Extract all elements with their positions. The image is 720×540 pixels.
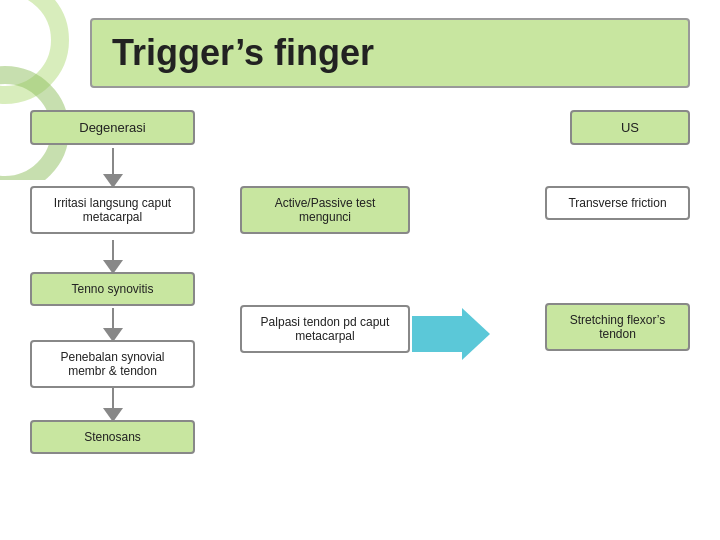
stenosans-label: Stenosans — [30, 420, 195, 454]
irritasi-box: Irritasi langsung caput metacarpal — [30, 186, 195, 234]
penebalan-box: Penebalan synovial membr & tendon — [30, 340, 195, 388]
page-title: Trigger’s finger — [112, 32, 668, 74]
connector-line-2 — [112, 240, 114, 262]
active-passive-label: Active/Passive test mengunci — [240, 186, 410, 234]
transverse-label: Transverse friction — [545, 186, 690, 220]
stenosans-box: Stenosans — [30, 420, 195, 454]
arrow-head-large — [462, 308, 490, 360]
palpasi-label: Palpasi tendon pd caput metacarpal — [240, 305, 410, 353]
palpasi-box: Palpasi tendon pd caput metacarpal — [240, 305, 410, 353]
transverse-box: Transverse friction — [545, 186, 690, 220]
stretching-label: Stretching flexor’s tendon — [545, 303, 690, 351]
us-label: US — [570, 110, 690, 145]
arrow-body — [412, 316, 462, 352]
tenno-label: Tenno synovitis — [30, 272, 195, 306]
tenno-box: Tenno synovitis — [30, 272, 195, 306]
connector-line-4 — [112, 388, 114, 410]
stretching-box: Stretching flexor’s tendon — [545, 303, 690, 351]
connector-line-3 — [112, 308, 114, 330]
irritasi-label: Irritasi langsung caput metacarpal — [30, 186, 195, 234]
us-box: US — [570, 110, 690, 145]
large-arrow-right — [412, 308, 490, 360]
title-box: Trigger’s finger — [90, 18, 690, 88]
active-passive-box: Active/Passive test mengunci — [240, 186, 410, 234]
degenerasi-label: Degenerasi — [30, 110, 195, 145]
degenerasi-box: Degenerasi — [30, 110, 195, 145]
connector-line-1 — [112, 148, 114, 176]
content-area: Degenerasi US Irritasi langsung caput me… — [30, 110, 690, 520]
penebalan-label: Penebalan synovial membr & tendon — [30, 340, 195, 388]
